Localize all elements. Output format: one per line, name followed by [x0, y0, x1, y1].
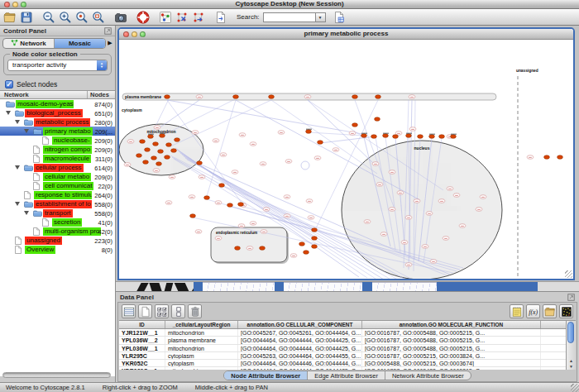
- zoom-in-icon[interactable]: [59, 11, 72, 24]
- node-color-dropdown[interactable]: transporter activity ▲▼: [7, 60, 108, 71]
- network-label[interactable]: primary metabo: [43, 127, 93, 136]
- network-label[interactable]: cellular process: [34, 164, 84, 172]
- network-tree-row[interactable]: response to stimulu264(0): [0, 190, 115, 199]
- expand-arrow-icon[interactable]: [15, 165, 20, 170]
- table-cell[interactable]: YJR121W__1: [119, 329, 165, 336]
- network-tree-row[interactable]: multi-organism pro42(0): [0, 227, 115, 236]
- network-label[interactable]: cell communicat: [43, 182, 93, 190]
- scrollbar-thumb[interactable]: [567, 322, 574, 343]
- table-scrollbar[interactable]: ▲▼: [566, 321, 576, 370]
- open-attrs-button[interactable]: [543, 304, 557, 318]
- matrix-button[interactable]: [559, 304, 573, 318]
- close-icon[interactable]: [123, 31, 129, 37]
- open-session-icon[interactable]: [3, 11, 17, 24]
- network-view-window[interactable]: primary metabolic process plasma membran…: [117, 27, 575, 280]
- table-cell[interactable]: YKR052C: [119, 360, 165, 366]
- network-tree-row[interactable]: nitrogen compo209(0): [0, 145, 115, 154]
- network-tree-row[interactable]: cellular metabo209(0): [0, 172, 115, 181]
- table-cell[interactable]: mitochondrion: [165, 345, 238, 351]
- zoom-button[interactable]: [21, 2, 26, 7]
- attribute-table-header[interactable]: ID_cellularLayoutRegionannotation.GO CEL…: [119, 321, 566, 329]
- table-cell[interactable]: [GO:0016787, GO:0005488, GO:0005215, G..…: [362, 337, 541, 343]
- network-label[interactable]: transport: [43, 209, 73, 218]
- attribute-table[interactable]: ID_cellularLayoutRegionannotation.GO CEL…: [119, 321, 566, 370]
- window-resize-grip[interactable]: [565, 270, 572, 278]
- column-header[interactable]: _cellularLayoutRegion: [165, 321, 238, 328]
- expand-arrow-icon[interactable]: [15, 202, 20, 206]
- network-label[interactable]: response to stimulu: [34, 191, 92, 199]
- search-dropdown-button[interactable]: ▼: [316, 12, 326, 22]
- expand-arrow-icon[interactable]: [24, 211, 29, 215]
- new-attr-button[interactable]: [138, 304, 152, 318]
- table-cell[interactable]: [GO:0044464, GO:0044446, GO:0044444, G..…: [238, 360, 362, 366]
- network-label[interactable]: cellular metabo: [43, 173, 91, 181]
- tab-network-attribute-browser[interactable]: Network Attribute Browser: [385, 371, 471, 380]
- zoom-icon[interactable]: [140, 31, 146, 37]
- table-cell[interactable]: YPL036W__2: [119, 337, 165, 343]
- network-label[interactable]: unassigned: [25, 237, 62, 245]
- unselect-attrs-button[interactable]: [171, 304, 185, 318]
- import-network-icon[interactable]: [214, 11, 227, 24]
- table-cell[interactable]: [GO:0016787, GO:0005215, GO:0003824, G..…: [362, 352, 541, 359]
- network-tree-row[interactable]: establishment of lo558(0): [0, 199, 115, 208]
- network-label[interactable]: secretion: [52, 218, 82, 227]
- tab-node-attribute-browser[interactable]: Node Attribute Browser: [224, 371, 308, 380]
- table-cell[interactable]: cytoplasm: [165, 360, 238, 366]
- float-panel-icon[interactable]: [104, 27, 112, 35]
- network-window-titlebar[interactable]: primary metabolic process: [119, 29, 573, 40]
- table-cell[interactable]: YPL036W__1: [119, 345, 165, 351]
- network-tree-row[interactable]: cell communicat22(0): [0, 181, 115, 190]
- network-nodes[interactable]: [124, 95, 562, 267]
- network-label[interactable]: mosaic-demo-yeast: [16, 100, 74, 108]
- table-cell[interactable]: [GO:0016787, GO:0005488, GO:0005215, G..…: [362, 329, 541, 336]
- formula-button[interactable]: f(x): [526, 304, 540, 318]
- expand-arrow-icon[interactable]: [15, 120, 20, 124]
- network-tree-row[interactable]: cellular process614(0): [0, 163, 115, 172]
- minimize-button[interactable]: [12, 2, 18, 7]
- column-header[interactable]: ID: [119, 321, 165, 328]
- network-tree-row[interactable]: metabolic process280(0): [0, 117, 115, 127]
- table-cell[interactable]: cytoplasm: [165, 352, 238, 359]
- table-row[interactable]: YKR052Ccytoplasm[GO:0044464, GO:0044446,…: [119, 360, 566, 367]
- table-cell[interactable]: [GO:0045263, GO:0044464, GO:0044455, G..…: [238, 352, 362, 359]
- tab-edge-attribute-browser[interactable]: Edge Attribute Browser: [308, 371, 385, 380]
- window-controls[interactable]: [4, 2, 26, 7]
- network-tree-row[interactable]: biological_process651(0): [0, 108, 115, 117]
- import-attributes-icon[interactable]: [333, 11, 346, 24]
- table-row[interactable]: YPL036W__2plasma membrane[GO:0044464, GO…: [119, 337, 566, 344]
- float-panel-icon[interactable]: [567, 294, 575, 301]
- network-tree-row[interactable]: secretion41(0): [0, 218, 115, 227]
- help-icon[interactable]: [136, 11, 150, 24]
- tab-network[interactable]: Network: [3, 39, 55, 48]
- network-label[interactable]: metabolic process: [34, 118, 90, 127]
- network-tree-row[interactable]: Overview8(0): [0, 245, 115, 254]
- network-tree-row[interactable]: nucleobase-209(0): [0, 136, 115, 145]
- save-session-icon[interactable]: [20, 11, 33, 24]
- snapshot-icon[interactable]: [114, 11, 127, 24]
- table-cell[interactable]: [GO:0005488, GO:0005215, GO:0003674]: [362, 360, 541, 366]
- notepad-button[interactable]: [510, 304, 524, 318]
- select-nodes-checkbox[interactable]: ✓: [5, 80, 13, 88]
- select-attrs-button[interactable]: [155, 304, 169, 318]
- destroy-network-icon[interactable]: [175, 11, 189, 24]
- table-cell[interactable]: [GO:0044464, GO:0044444, GO:0044425, G..…: [238, 337, 362, 343]
- app-resize-grip[interactable]: [571, 384, 579, 392]
- minimize-icon[interactable]: [132, 31, 137, 37]
- trash-button[interactable]: [188, 304, 202, 318]
- attr-table-button[interactable]: [122, 304, 136, 318]
- table-cell[interactable]: mitochondrion: [165, 329, 238, 336]
- network-canvas[interactable]: plasma membranecytoplasmmitochondrionnuc…: [119, 40, 573, 279]
- network-label[interactable]: nitrogen compo: [43, 146, 92, 154]
- zoom-out-icon[interactable]: [42, 11, 55, 24]
- search-input[interactable]: [263, 12, 316, 22]
- network-tree-row[interactable]: mosaic-demo-yeast874(0): [0, 99, 115, 108]
- dropdown-stepper-icon[interactable]: ▲▼: [97, 60, 107, 70]
- table-row[interactable]: YPL036W__1mitochondrion[GO:0044464, GO:0…: [119, 345, 566, 352]
- column-header[interactable]: annotation.GO MOLECULAR_FUNCTION: [362, 321, 541, 328]
- network-label[interactable]: Overview: [25, 246, 55, 254]
- expand-arrow-icon[interactable]: [24, 129, 29, 133]
- zoom-selected-icon[interactable]: [75, 11, 89, 24]
- create-network-icon[interactable]: [192, 11, 205, 24]
- layout-icon[interactable]: [159, 11, 172, 24]
- zoom-fit-icon[interactable]: [92, 11, 105, 24]
